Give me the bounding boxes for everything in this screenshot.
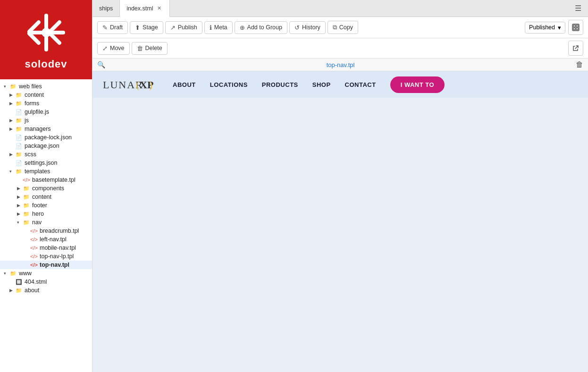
svg-rect-12: [573, 28, 575, 30]
tree-item-settings[interactable]: ▶ 📄 settings.json: [0, 159, 92, 167]
tree-item-basetemplate[interactable]: ▶ </> basetemplate.tpl: [0, 176, 92, 184]
status-dropdown[interactable]: Published ▾: [525, 22, 565, 34]
preview-filename: top-nav.tpl: [109, 61, 572, 68]
add-group-icon: ⊕: [240, 24, 245, 31]
publish-icon: ↗: [170, 24, 176, 31]
file-icon: 📄: [15, 160, 23, 166]
external-link-icon: [572, 45, 579, 51]
tab-index[interactable]: index.stml ✕: [120, 0, 170, 17]
svg-text:): ): [149, 79, 152, 91]
expand-arrow: ▶: [17, 194, 23, 199]
folder-icon: 📁: [15, 151, 23, 158]
tree-item-js[interactable]: ▶ 📁 js: [0, 116, 92, 125]
tree-item-templates[interactable]: ▾ 📁 templates: [0, 167, 92, 176]
tree-item-www[interactable]: ▾ 📁 www: [0, 269, 92, 278]
history-button[interactable]: ↺ History: [289, 21, 326, 34]
tree-item-package-lock[interactable]: ▶ 📄 package-lock.json: [0, 133, 92, 142]
tree-item-content[interactable]: ▶ 📁 content: [0, 91, 92, 99]
preview-frame: LUNAR ( XP ) ABOUT LOCATIONS PRODUCTS SH…: [92, 71, 588, 372]
nav-logo: LUNAR ( XP ): [102, 76, 154, 93]
expand-arrow: ▶: [9, 152, 15, 157]
tree-item-forms[interactable]: ▶ 📁 forms: [0, 99, 92, 108]
tree-item-about[interactable]: ▶ 📁 about: [0, 286, 92, 295]
expand-arrow: ▶: [17, 203, 23, 208]
tree-item-package-json[interactable]: ▶ 📄 package.json: [0, 142, 92, 150]
file-icon: 🔲: [15, 279, 23, 285]
expand-arrow: ▾: [4, 84, 9, 89]
svg-rect-13: [576, 28, 578, 30]
tree-item-breadcrumb[interactable]: ▶ </> breadcrumb.tpl: [0, 227, 92, 235]
folder-icon: 📁: [15, 92, 23, 98]
tree-item-top-nav[interactable]: ▶ </> top-nav.tpl: [0, 261, 92, 269]
preview-trash-icon[interactable]: 🗑: [576, 60, 583, 69]
search-icon: 🔍: [97, 61, 105, 68]
nav-link-contact: CONTACT: [345, 81, 376, 88]
expand-arrow: ▶: [9, 127, 15, 131]
expand-arrow: ▾: [17, 220, 23, 225]
add-group-button[interactable]: ⊕ Add to Group: [235, 21, 287, 34]
nav-cta-button[interactable]: I WANT TO: [390, 76, 445, 93]
meta-button[interactable]: ℹ Meta: [204, 21, 233, 34]
folder-open-icon: 📁: [23, 219, 30, 226]
expand-arrow: ▶: [9, 101, 15, 106]
toolbar-row1: ✎ Draft ⬆ Stage ↗ Publish ℹ Meta ⊕ Add t…: [92, 17, 588, 38]
tree-item-nav[interactable]: ▾ 📁 nav: [0, 218, 92, 227]
tabs-bar: ships index.stml ✕ ☰: [92, 0, 588, 17]
tree-item-left-nav[interactable]: ▶ </> left-nav.tpl: [0, 235, 92, 244]
svg-rect-10: [573, 25, 575, 27]
delete-icon: 🗑: [137, 45, 143, 52]
tabs-right-controls: ☰: [572, 0, 588, 17]
tree-item-scss[interactable]: ▶ 📁 scss: [0, 150, 92, 159]
tree-item-managers[interactable]: ▶ 📁 managers: [0, 125, 92, 133]
tree-item-gulpfile[interactable]: ▶ 📄 gulpfile.js: [0, 108, 92, 116]
folder-open-icon: 📁: [9, 270, 17, 277]
meta-icon: ℹ: [210, 24, 212, 31]
tree-item-components[interactable]: ▶ 📁 components: [0, 184, 92, 193]
folder-icon: 📁: [15, 117, 23, 124]
tpl-icon: </>: [23, 177, 30, 183]
stage-button[interactable]: ⬆ Stage: [130, 21, 163, 34]
folder-icon: 📁: [15, 100, 23, 107]
expand-arrow: ▾: [4, 271, 9, 276]
screenshot-button[interactable]: [568, 20, 583, 35]
expand-arrow: ▾: [9, 169, 15, 174]
tab-close-button[interactable]: ✕: [156, 5, 163, 12]
main-panel: ships index.stml ✕ ☰ ✎ Draft ⬆ Stage ↗ P…: [92, 0, 588, 372]
tree-item-top-nav-lp[interactable]: ▶ </> top-nav-lp.tpl: [0, 252, 92, 261]
nav-link-about: ABOUT: [173, 81, 196, 88]
expand-arrow: ▶: [17, 186, 23, 191]
tree-item-footer[interactable]: ▶ 📁 footer: [0, 201, 92, 210]
app-name: solodev: [25, 58, 67, 70]
tree-item-web-files[interactable]: ▾ 📁 web files: [0, 82, 92, 91]
tree-item-content-sub[interactable]: ▶ 📁 content: [0, 193, 92, 201]
tab-ships[interactable]: ships: [92, 0, 120, 17]
folder-icon: 📁: [23, 185, 30, 192]
publish-button[interactable]: ↗ Publish: [165, 21, 202, 34]
expand-arrow: ▶: [9, 288, 15, 293]
nav-link-products: PRODUCTS: [262, 81, 298, 88]
draft-button[interactable]: ✎ Draft: [97, 21, 128, 34]
tree-item-404[interactable]: ▶ 🔲 404.stml: [0, 278, 92, 286]
svg-text:(: (: [136, 79, 139, 91]
folder-icon: 📁: [23, 202, 30, 209]
nav-link-locations: LOCATIONS: [210, 81, 248, 88]
move-button[interactable]: ⤢ Move: [97, 42, 130, 55]
delete-button[interactable]: 🗑 Delete: [132, 42, 168, 55]
folder-open-icon: 📁: [9, 83, 17, 90]
folder-icon: 📁: [23, 211, 30, 217]
move-icon: ⤢: [102, 45, 108, 52]
tree-item-hero[interactable]: ▶ 📁 hero: [0, 210, 92, 218]
draft-icon: ✎: [102, 24, 108, 31]
nav-link-shop: SHOP: [312, 81, 331, 88]
copy-icon: ⧉: [333, 24, 337, 31]
tpl-icon: </>: [30, 228, 38, 234]
external-link-button[interactable]: [568, 41, 583, 56]
folder-open-icon: 📁: [15, 168, 23, 175]
tabs-list: ships index.stml ✕: [92, 0, 170, 17]
nav-preview: LUNAR ( XP ) ABOUT LOCATIONS PRODUCTS SH…: [92, 71, 588, 98]
app-logo[interactable]: solodev: [0, 0, 92, 79]
copy-button[interactable]: ⧉ Copy: [328, 21, 358, 34]
tabs-menu-icon[interactable]: ☰: [572, 2, 584, 15]
nav-links: ABOUT LOCATIONS PRODUCTS SHOP CONTACT I …: [173, 76, 579, 93]
tree-item-mobile-nav[interactable]: ▶ </> mobile-nav.tpl: [0, 244, 92, 252]
